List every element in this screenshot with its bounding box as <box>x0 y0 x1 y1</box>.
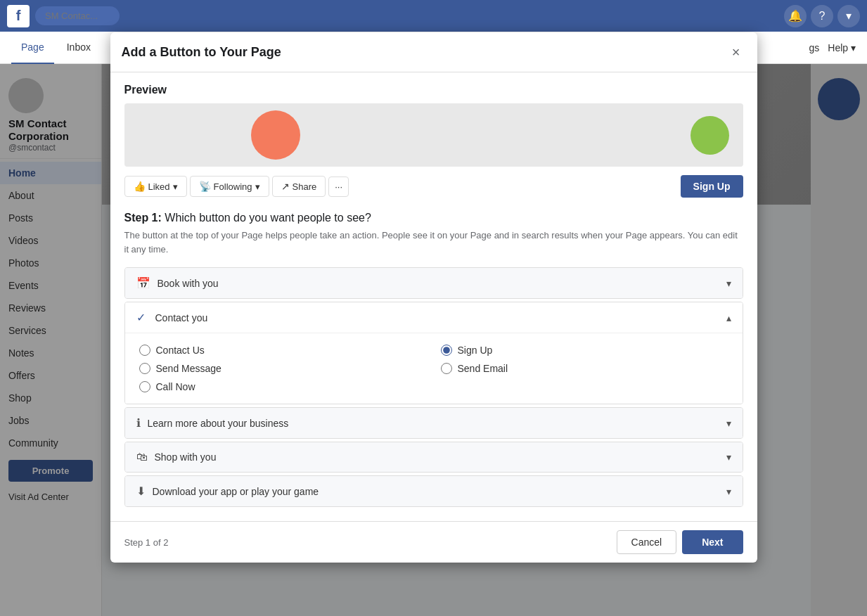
rss-icon: 📡 <box>199 181 211 192</box>
radio-send-message[interactable]: Send Message <box>139 363 427 374</box>
preview-circle-orange <box>251 110 300 160</box>
topbar: f 🔔 ? ▾ <box>0 0 867 32</box>
accordion-contact: ✓ Contact you ▴ Contact Us <box>124 302 743 404</box>
preview-actions: 👍 Liked ▾ 📡 Following ▾ ↗ Share ··· Sig <box>124 175 743 198</box>
share-button[interactable]: ↗ Share <box>272 176 326 197</box>
download-chevron-icon: ▾ <box>726 486 731 497</box>
radio-call-now-label: Call Now <box>156 381 195 392</box>
next-button[interactable]: Next <box>682 530 743 554</box>
topbar-right: 🔔 ? ▾ <box>784 5 860 27</box>
share-icon: ↗ <box>281 181 290 192</box>
modal: Add a Button to Your Page × Preview 👍 Li… <box>110 32 757 563</box>
radio-send-email-label: Send Email <box>458 363 508 374</box>
footer-buttons: Cancel Next <box>617 530 743 554</box>
accordion-book-header[interactable]: 📅 Book with you ▾ <box>125 268 743 298</box>
help-button[interactable]: Help ▾ <box>828 42 856 53</box>
thumbs-up-icon: 👍 <box>134 181 146 192</box>
radio-sign-up[interactable]: Sign Up <box>441 345 728 356</box>
notification-icon[interactable]: 🔔 <box>784 5 807 27</box>
modal-footer: Step 1 of 2 Cancel Next <box>110 521 757 563</box>
search-input[interactable] <box>35 6 120 25</box>
accordion-book-left: 📅 Book with you <box>136 276 219 290</box>
accordion-learn-left: ℹ Learn more about your business <box>136 416 289 430</box>
tab-inbox[interactable]: Inbox <box>57 32 101 64</box>
step-heading-text: Which button do you want people to see? <box>162 212 371 224</box>
modal-title: Add a Button to Your Page <box>122 45 281 60</box>
accordion-download-label: Download your app or play your game <box>153 486 319 497</box>
radio-grid: Contact Us Sign Up Send Message <box>139 345 728 392</box>
radio-call-now-input[interactable] <box>139 381 150 392</box>
radio-send-message-input[interactable] <box>139 363 150 374</box>
radio-sign-up-label: Sign Up <box>458 345 493 356</box>
liked-arrow-icon: ▾ <box>173 181 178 192</box>
book-chevron-icon: ▾ <box>726 278 731 289</box>
download-icon: ⬇ <box>136 485 146 498</box>
shop-chevron-icon: ▾ <box>726 451 731 463</box>
modal-overlay: Add a Button to Your Page × Preview 👍 Li… <box>0 64 867 616</box>
preview-bar <box>124 103 743 167</box>
accordion-download: ⬇ Download your app or play your game ▾ <box>124 475 743 507</box>
modal-header: Add a Button to Your Page × <box>110 32 757 72</box>
tab-page[interactable]: Page <box>11 32 54 64</box>
accordion-learn: ℹ Learn more about your business ▾ <box>124 407 743 439</box>
radio-send-email-input[interactable] <box>441 363 452 374</box>
step-heading: Step 1: Which button do you want people … <box>124 212 743 224</box>
accordion-contact-left: ✓ Contact you <box>136 311 208 324</box>
radio-send-email[interactable]: Send Email <box>441 363 728 374</box>
calendar-icon: 📅 <box>136 276 150 290</box>
radio-send-message-label: Send Message <box>156 363 221 374</box>
accordion-learn-header[interactable]: ℹ Learn more about your business ▾ <box>125 408 743 438</box>
learn-chevron-icon: ▾ <box>726 418 731 429</box>
radio-contact-us-input[interactable] <box>139 345 150 356</box>
step-heading-bold: Step 1: <box>124 212 162 224</box>
following-arrow-icon: ▾ <box>255 181 260 192</box>
signup-preview-button[interactable]: Sign Up <box>681 175 743 198</box>
info-icon: ℹ <box>136 416 141 430</box>
modal-body: Preview 👍 Liked ▾ 📡 Following ▾ <box>110 72 757 521</box>
main-layout: SM Contact Corporation @smcontact Home A… <box>0 64 867 616</box>
share-label: Share <box>293 181 317 192</box>
account-menu-icon[interactable]: ▾ <box>837 5 860 27</box>
liked-label: Liked <box>148 181 170 192</box>
accordion-book-label: Book with you <box>158 278 219 289</box>
accordion-shop: 🛍 Shop with you ▾ <box>124 442 743 473</box>
shopping-bag-icon: 🛍 <box>136 451 148 463</box>
radio-contact-us-label: Contact Us <box>156 345 205 356</box>
help-arrow-icon: ▾ <box>851 42 856 53</box>
preview-circle-green <box>691 116 729 155</box>
settings-label[interactable]: gs <box>809 42 820 53</box>
radio-contact-us[interactable]: Contact Us <box>139 345 427 356</box>
accordion-download-header[interactable]: ⬇ Download your app or play your game ▾ <box>125 476 743 506</box>
following-label: Following <box>214 181 252 192</box>
cancel-button[interactable]: Cancel <box>617 530 677 554</box>
accordion-contact-header[interactable]: ✓ Contact you ▴ <box>125 302 743 333</box>
accordion-download-left: ⬇ Download your app or play your game <box>136 485 319 498</box>
fb-logo-icon: f <box>7 5 30 27</box>
accordion-contact-body: Contact Us Sign Up Send Message <box>125 333 743 404</box>
radio-call-now[interactable]: Call Now <box>139 381 427 392</box>
following-button[interactable]: 📡 Following ▾ <box>190 176 269 197</box>
accordion-shop-header[interactable]: 🛍 Shop with you ▾ <box>125 442 743 472</box>
accordion-contact-label: Contact you <box>155 312 208 323</box>
accordion-book: 📅 Book with you ▾ <box>124 267 743 299</box>
page-nav-right: gs Help ▾ <box>809 42 856 53</box>
close-button[interactable]: × <box>726 42 746 62</box>
step-indicator: Step 1 of 2 <box>124 537 169 548</box>
contact-chevron-icon: ▴ <box>726 312 731 323</box>
radio-sign-up-input[interactable] <box>441 345 452 356</box>
more-button[interactable]: ··· <box>328 177 349 197</box>
accordion-shop-label: Shop with you <box>155 451 217 463</box>
help-icon[interactable]: ? <box>811 5 833 27</box>
checkmark-icon: ✓ <box>136 311 146 324</box>
preview-label: Preview <box>124 84 743 96</box>
step-description: The button at the top of your Page helps… <box>124 229 743 256</box>
accordion-learn-label: Learn more about your business <box>148 418 289 429</box>
accordion-shop-left: 🛍 Shop with you <box>136 451 217 463</box>
liked-button[interactable]: 👍 Liked ▾ <box>124 176 187 197</box>
